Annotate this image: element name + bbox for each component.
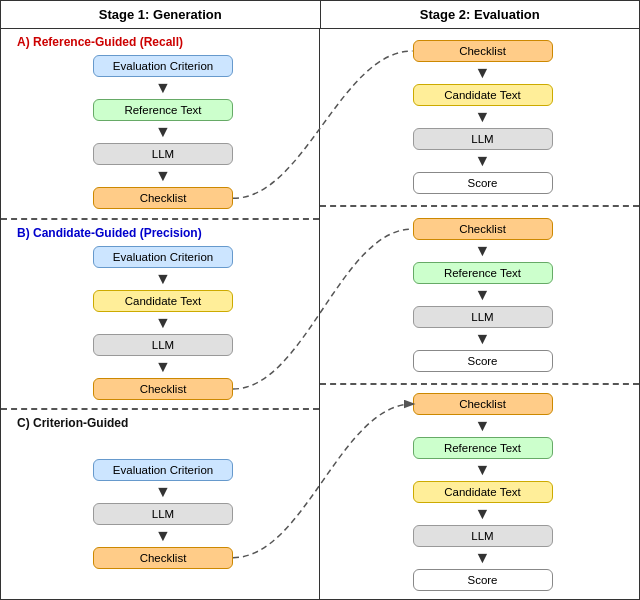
section-a-label: A) Reference-Guided (Recall) [17,35,309,49]
arrow: ▼ [155,528,171,544]
box-a-eval-crit: Evaluation Criterion [93,55,233,77]
main-container: Stage 1: Generation Stage 2: Evaluation … [0,0,640,600]
section-c-label: C) Criterion-Guided [17,416,309,430]
arrow: ▼ [155,359,171,375]
box-c-llm: LLM [93,503,233,525]
arrow: ▼ [475,418,491,434]
box-a-checklist: Checklist [93,187,233,209]
box-a-llm: LLM [93,143,233,165]
section-b-right: Checklist ▼ Reference Text ▼ LLM ▼ Score [320,207,639,385]
box-br-checklist: Checklist [413,218,553,240]
right-column: Checklist ▼ Candidate Text ▼ LLM ▼ Score… [320,29,639,599]
section-b-right-flow: Checklist ▼ Reference Text ▼ LLM ▼ Score [336,213,629,377]
box-b-checklist: Checklist [93,378,233,400]
box-cr-score: Score [413,569,553,591]
box-b-eval-crit: Evaluation Criterion [93,246,233,268]
arrow: ▼ [155,315,171,331]
arrow: ▼ [475,331,491,347]
box-ar-llm: LLM [413,128,553,150]
box-ar-score: Score [413,172,553,194]
arrow: ▼ [155,124,171,140]
box-cr-llm: LLM [413,525,553,547]
box-c-checklist: Checklist [93,547,233,569]
section-c-right-flow: Checklist ▼ Reference Text ▼ Candidate T… [336,391,629,593]
arrow: ▼ [475,243,491,259]
box-br-llm: LLM [413,306,553,328]
box-a-ref-text: Reference Text [93,99,233,121]
box-br-ref-text: Reference Text [413,262,553,284]
section-b-left-flow: Evaluation Criterion ▼ Candidate Text ▼ … [17,244,309,403]
arrow: ▼ [475,109,491,125]
arrow: ▼ [155,168,171,184]
box-cr-checklist: Checklist [413,393,553,415]
section-a-right: Checklist ▼ Candidate Text ▼ LLM ▼ Score [320,29,639,207]
arrow: ▼ [475,287,491,303]
section-a-right-flow: Checklist ▼ Candidate Text ▼ LLM ▼ Score [336,35,629,199]
section-a-left-flow: Evaluation Criterion ▼ Reference Text ▼ … [17,53,309,212]
box-br-score: Score [413,350,553,372]
arrow: ▼ [155,80,171,96]
section-b-left: B) Candidate-Guided (Precision) Evaluati… [1,220,319,411]
box-ar-cand-text: Candidate Text [413,84,553,106]
box-c-eval-crit: Evaluation Criterion [93,459,233,481]
box-ar-checklist: Checklist [413,40,553,62]
section-b-label: B) Candidate-Guided (Precision) [17,226,309,240]
stage1-header: Stage 1: Generation [1,1,321,28]
left-column: A) Reference-Guided (Recall) Evaluation … [1,29,320,599]
arrow: ▼ [475,506,491,522]
content: A) Reference-Guided (Recall) Evaluation … [1,29,639,599]
arrow: ▼ [475,65,491,81]
box-cr-cand-text: Candidate Text [413,481,553,503]
section-a-left: A) Reference-Guided (Recall) Evaluation … [1,29,319,220]
section-c-left-flow: Evaluation Criterion ▼ LLM ▼ Checklist [17,434,309,593]
arrow: ▼ [155,484,171,500]
box-b-llm: LLM [93,334,233,356]
box-cr-ref-text: Reference Text [413,437,553,459]
section-c-left: C) Criterion-Guided Evaluation Criterion… [1,410,319,599]
header-row: Stage 1: Generation Stage 2: Evaluation [1,1,639,29]
arrow: ▼ [155,271,171,287]
arrow: ▼ [475,153,491,169]
arrow: ▼ [475,550,491,566]
box-b-cand-text: Candidate Text [93,290,233,312]
section-c-right: Checklist ▼ Reference Text ▼ Candidate T… [320,385,639,599]
stage2-header: Stage 2: Evaluation [321,1,640,28]
arrow: ▼ [475,462,491,478]
